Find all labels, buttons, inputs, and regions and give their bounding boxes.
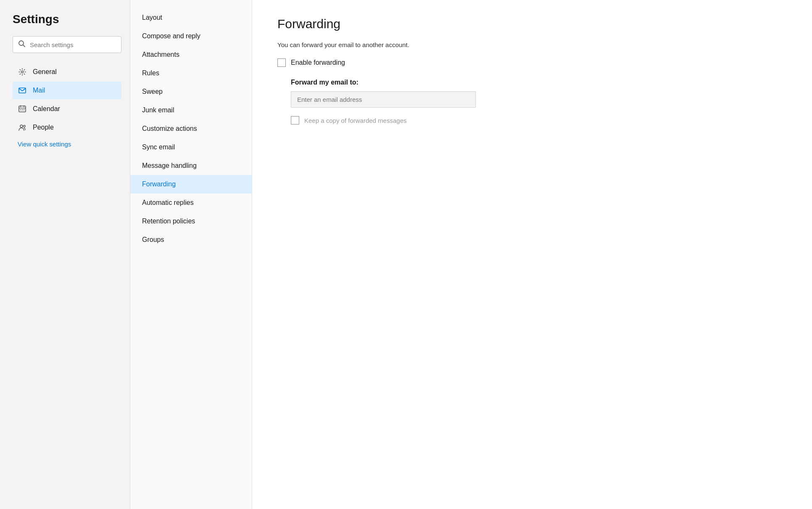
middle-nav-sync-email[interactable]: Sync email (130, 138, 252, 156)
svg-point-12 (24, 125, 25, 127)
middle-nav-rules[interactable]: Rules (130, 64, 252, 82)
svg-line-1 (23, 45, 25, 47)
svg-point-11 (20, 125, 23, 127)
middle-nav-retention-policies[interactable]: Retention policies (130, 212, 252, 231)
middle-nav-attachments[interactable]: Attachments (130, 45, 252, 64)
enable-forwarding-checkbox[interactable] (277, 58, 286, 67)
sidebar-title: Settings (13, 13, 121, 26)
svg-rect-8 (20, 109, 21, 110)
forward-email-input[interactable] (291, 91, 476, 108)
middle-nav-layout[interactable]: Layout (130, 8, 252, 27)
enable-forwarding-label: Enable forwarding (291, 59, 345, 66)
sidebar-item-general[interactable]: General (13, 63, 121, 81)
page-title: Forwarding (277, 17, 787, 31)
keep-copy-label: Keep a copy of forwarded messages (304, 117, 406, 124)
view-quick-settings-link[interactable]: View quick settings (13, 137, 121, 151)
description: You can forward your email to another ac… (277, 41, 787, 48)
enable-forwarding-row: Enable forwarding (277, 58, 787, 67)
sidebar-item-calendar[interactable]: Calendar (13, 100, 121, 118)
middle-nav-message-handling[interactable]: Message handling (130, 156, 252, 175)
calendar-icon (18, 104, 27, 114)
middle-nav-junk-email[interactable]: Junk email (130, 101, 252, 119)
svg-point-2 (21, 71, 24, 73)
mail-icon (18, 86, 27, 95)
sidebar: Settings General (0, 0, 130, 509)
middle-nav-forwarding[interactable]: Forwarding (130, 175, 252, 194)
middle-nav: Layout Compose and reply Attachments Rul… (130, 0, 252, 509)
search-input[interactable] (30, 41, 116, 48)
svg-rect-9 (22, 109, 23, 110)
search-icon (18, 40, 26, 49)
middle-nav-sweep[interactable]: Sweep (130, 82, 252, 101)
forward-section: Forward my email to: Keep a copy of forw… (291, 79, 787, 125)
keep-copy-checkbox[interactable] (291, 116, 299, 125)
sidebar-item-general-label: General (33, 68, 57, 76)
main-content: Forwarding You can forward your email to… (252, 0, 812, 509)
middle-nav-compose-reply[interactable]: Compose and reply (130, 27, 252, 45)
sidebar-nav: General Mail (13, 63, 121, 136)
middle-nav-customize-actions[interactable]: Customize actions (130, 119, 252, 138)
keep-copy-row: Keep a copy of forwarded messages (291, 116, 787, 125)
people-icon (18, 123, 27, 132)
forward-email-label: Forward my email to: (291, 79, 787, 86)
sidebar-item-mail-label: Mail (33, 87, 45, 94)
sidebar-item-people[interactable]: People (13, 119, 121, 136)
svg-rect-4 (19, 106, 26, 112)
middle-nav-automatic-replies[interactable]: Automatic replies (130, 194, 252, 212)
sidebar-item-calendar-label: Calendar (33, 105, 60, 113)
middle-nav-groups[interactable]: Groups (130, 231, 252, 249)
gear-icon (18, 67, 27, 77)
sidebar-item-mail[interactable]: Mail (13, 82, 121, 99)
sidebar-item-people-label: People (33, 124, 54, 131)
search-box[interactable] (13, 36, 121, 53)
svg-rect-10 (24, 109, 24, 110)
